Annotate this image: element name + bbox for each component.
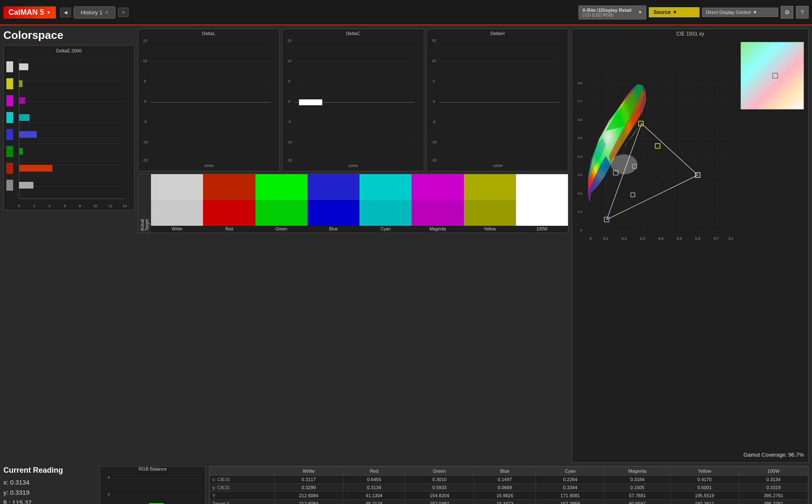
logo-dropdown-arrow: ▼ <box>47 10 51 15</box>
svg-rect-28 <box>6 163 13 174</box>
deltae-chart: 0 2 4 6 8 10 12 14 <box>6 55 132 207</box>
table-cell: 0.4170 <box>670 476 739 484</box>
svg-text:0.2: 0.2 <box>622 236 627 241</box>
col-header-yellow: Yellow <box>670 467 739 476</box>
svg-rect-26 <box>6 146 13 157</box>
svg-text:5: 5 <box>144 79 146 83</box>
svg-text:0.4: 0.4 <box>578 155 583 159</box>
deltae-panel: DeltaE 2000 0 2 4 6 <box>3 45 134 210</box>
table-cell: 0.2264 <box>536 476 605 484</box>
deltaC-title: DeltaC <box>284 31 422 36</box>
source-label: Source <box>653 9 671 15</box>
swatch-yellow-label: Yellow <box>464 226 516 233</box>
svg-text:15: 15 <box>287 38 291 43</box>
table-cell: 0.0669 <box>474 484 536 492</box>
svg-text:0.1: 0.1 <box>603 236 608 241</box>
table-row: x: CIE310.31170.64550.30100.14970.22640.… <box>210 476 808 484</box>
reading-y: y: 0.3319 <box>3 488 96 498</box>
reading-x: x: 0.3134 <box>3 477 96 488</box>
svg-text:0: 0 <box>18 204 20 208</box>
table-cell: 16.9826 <box>474 492 536 500</box>
swatch-red: Red <box>203 174 255 233</box>
svg-text:0.5: 0.5 <box>578 136 583 140</box>
svg-text:-10: -10 <box>287 140 292 144</box>
swatch-columns: White Red Green Blue <box>151 174 568 233</box>
swatch-magenta-actual <box>411 174 464 200</box>
table-cell: 395.2761 <box>739 492 808 500</box>
table-cell: 41.1304 <box>343 492 405 500</box>
table-cell: 0.1497 <box>474 476 536 484</box>
cie-thumb-marker <box>772 73 778 79</box>
nav-back-button[interactable]: ◀ <box>60 8 71 17</box>
deltaC-svg: 15 10 5 0 -5 -10 -15 100W <box>284 37 422 168</box>
swatch-green-actual <box>255 174 307 200</box>
svg-text:10: 10 <box>143 59 147 63</box>
deltaH-chart: DeltaH 15 10 5 0 -5 -10 -15 100W <box>427 29 568 171</box>
table-cell: 0.3299 <box>274 484 343 492</box>
app-logo[interactable]: CalMAN 5 ▼ <box>3 6 56 19</box>
cie-title: CIE 1931 xy <box>572 29 808 38</box>
direct-label: Direct Display Control <box>706 10 751 15</box>
swatch-white-label: White <box>151 226 203 233</box>
swatch-cyan-label: Cyan <box>359 226 411 233</box>
app-title: CalMAN 5 <box>8 8 44 17</box>
table-cell: 0.6455 <box>343 476 405 484</box>
swatch-blue-label: Blue <box>307 226 359 233</box>
svg-rect-29 <box>19 165 52 172</box>
table-cell: 171.9081 <box>536 492 605 500</box>
help-button[interactable]: ? <box>796 6 809 19</box>
svg-text:-15: -15 <box>431 158 436 162</box>
svg-rect-17 <box>19 63 28 70</box>
swatch-yellow-actual <box>464 174 516 200</box>
source-dropdown[interactable]: Source ▼ <box>649 7 700 17</box>
svg-text:-15: -15 <box>287 158 292 162</box>
swatch-red-target <box>203 200 255 226</box>
svg-text:100W: 100W <box>204 164 214 168</box>
svg-text:10: 10 <box>93 204 97 208</box>
deltaH-title: DeltaH <box>429 31 566 36</box>
swatch-green-target <box>255 200 307 226</box>
svg-text:0.4: 0.4 <box>658 236 664 241</box>
top-bar: CalMAN 5 ▼ ◀ History 1 ✕ + X-Rite i1Disp… <box>0 0 812 25</box>
col-header-green: Green <box>405 467 474 476</box>
table-cell: 212.6084 <box>274 500 343 504</box>
table-cell: 15.3473 <box>474 500 536 504</box>
cie-svg: 0 0.1 0.2 0.3 0.4 0.5 0.6 0.7 0.8 0 0.1 … <box>572 41 733 261</box>
svg-rect-16 <box>6 61 13 72</box>
history-tab[interactable]: History 1 ✕ <box>74 6 115 19</box>
table-cell-label: y: CIE31 <box>210 484 274 492</box>
table-cell: 0.1505 <box>605 484 670 492</box>
rgb-balance-svg: 4 2 0 -2 -4 100W <box>100 472 205 504</box>
swatch-red-label: Red <box>203 226 255 233</box>
direct-dropdown-arrow: ▼ <box>752 10 757 15</box>
svg-rect-31 <box>19 182 33 189</box>
svg-text:0: 0 <box>580 228 582 232</box>
swatch-cyan-target <box>359 200 411 226</box>
device-label: X-Rite i1Display Retail <box>582 8 631 13</box>
svg-rect-27 <box>19 148 23 155</box>
svg-text:6: 6 <box>63 204 66 208</box>
delta-charts-row: DeltaL 15 10 5 0 -5 -10 -15 100W <box>138 29 568 171</box>
table-row: Target Y212.608445.2124152.048715.347316… <box>210 500 808 504</box>
svg-text:-10: -10 <box>142 140 148 144</box>
nav-add-button[interactable]: + <box>118 8 128 17</box>
table-cell-label: Target Y <box>210 500 274 504</box>
direct-dropdown[interactable]: Direct Display Control ▼ <box>702 8 778 17</box>
svg-text:0.8: 0.8 <box>578 81 583 85</box>
swatch-green-label: Green <box>255 226 307 233</box>
svg-text:100W: 100W <box>348 164 358 168</box>
col-header-white: White <box>274 467 343 476</box>
svg-text:5: 5 <box>288 79 291 83</box>
svg-text:8: 8 <box>79 204 81 208</box>
swatch-white-actual <box>151 174 203 200</box>
table-cell: 152.0487 <box>405 500 474 504</box>
history-tab-close[interactable]: ✕ <box>105 10 108 15</box>
swatch-white: White <box>151 174 203 233</box>
table-cell-label: x: CIE31 <box>210 476 274 484</box>
svg-rect-30 <box>6 180 13 191</box>
swatch-magenta: Magenta <box>411 174 464 233</box>
device-dropdown[interactable]: X-Rite i1Display Retail LCD (LED RGB) ▼ <box>579 5 646 19</box>
settings-button[interactable]: ⚙ <box>781 6 793 19</box>
svg-rect-19 <box>19 80 22 87</box>
svg-text:2: 2 <box>33 204 35 208</box>
